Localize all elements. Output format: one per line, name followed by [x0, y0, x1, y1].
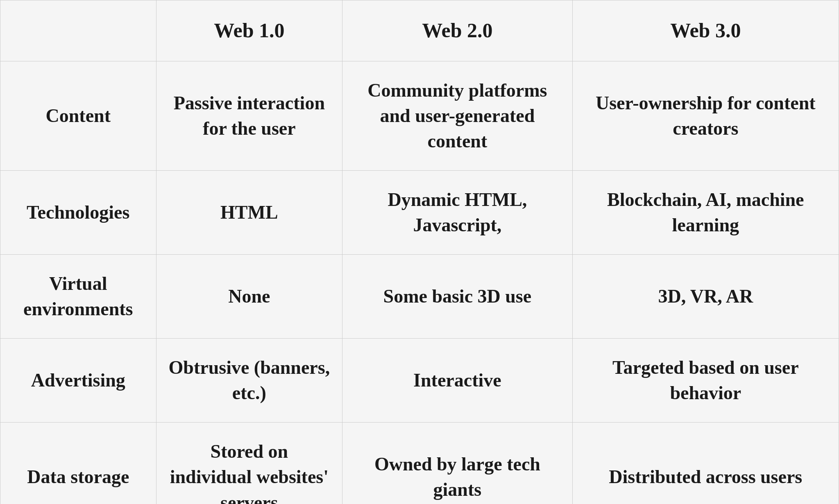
- cell-technologies-web1: HTML: [156, 170, 342, 254]
- header-web1: Web 1.0: [156, 0, 342, 61]
- category-technologies: Technologies: [0, 170, 156, 254]
- cell-virtual-web3: 3D, VR, AR: [572, 254, 839, 338]
- cell-datastorage-web3: Distributed across users: [572, 423, 839, 504]
- header-empty: [0, 0, 156, 61]
- cell-content-web2: Community platforms and user-generated c…: [342, 61, 572, 170]
- comparison-table-wrapper: Web 1.0 Web 2.0 Web 3.0 Content Passive …: [0, 0, 839, 504]
- cell-content-web1: Passive interaction for the user: [156, 61, 342, 170]
- cell-content-web3: User-ownership for content creators: [572, 61, 839, 170]
- category-advertising: Advertising: [0, 339, 156, 423]
- cell-datastorage-web2: Owned by large tech giants: [342, 423, 572, 504]
- cell-advertising-web2: Interactive: [342, 339, 572, 423]
- cell-virtual-web2: Some basic 3D use: [342, 254, 572, 338]
- category-virtual: Virtual environments: [0, 254, 156, 338]
- cell-advertising-web3: Targeted based on user behavior: [572, 339, 839, 423]
- cell-advertising-web1: Obtrusive (banners, etc.): [156, 339, 342, 423]
- category-datastorage: Data storage: [0, 423, 156, 504]
- header-web3: Web 3.0: [572, 0, 839, 61]
- table-row: Virtual environments None Some basic 3D …: [0, 254, 839, 338]
- cell-datastorage-web1: Stored on individual websites' servers: [156, 423, 342, 504]
- cell-technologies-web2: Dynamic HTML, Javascript,: [342, 170, 572, 254]
- category-content: Content: [0, 61, 156, 170]
- table-row: Content Passive interaction for the user…: [0, 61, 839, 170]
- cell-technologies-web3: Blockchain, AI, machine learning: [572, 170, 839, 254]
- table-header-row: Web 1.0 Web 2.0 Web 3.0: [0, 0, 839, 61]
- header-web2: Web 2.0: [342, 0, 572, 61]
- table-row: Advertising Obtrusive (banners, etc.) In…: [0, 339, 839, 423]
- web-comparison-table: Web 1.0 Web 2.0 Web 3.0 Content Passive …: [0, 0, 839, 504]
- table-row: Technologies HTML Dynamic HTML, Javascri…: [0, 170, 839, 254]
- cell-virtual-web1: None: [156, 254, 342, 338]
- table-row: Data storage Stored on individual websit…: [0, 423, 839, 504]
